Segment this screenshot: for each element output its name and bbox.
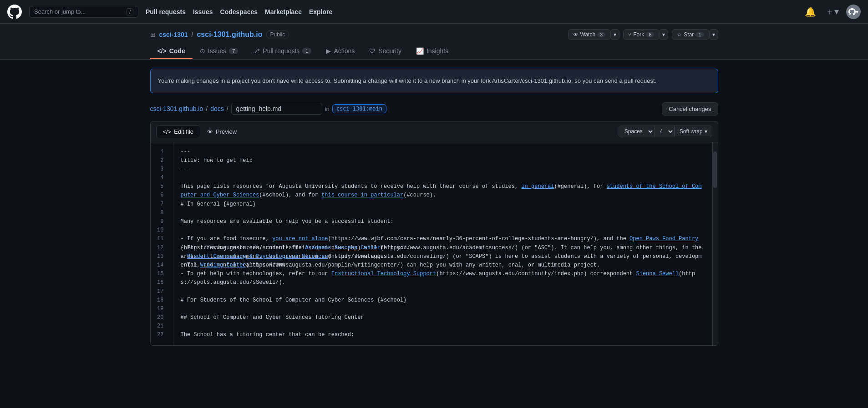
path-docs[interactable]: docs bbox=[210, 105, 224, 112]
soft-wrap-toggle[interactable]: Soft wrap ▾ bbox=[675, 126, 712, 136]
edit-icon: </> bbox=[163, 128, 172, 135]
cancel-changes-button[interactable]: Cancel changes bbox=[662, 102, 718, 116]
code-editor[interactable]: 12345678910111213141516171819202122 ---t… bbox=[151, 142, 718, 345]
editor-toolbar-right: Spaces Tabs 2 4 8 Soft wrap ▾ bbox=[619, 126, 712, 137]
main-content: You're making changes in a project you d… bbox=[143, 60, 726, 355]
preview-icon: 👁 bbox=[207, 128, 213, 135]
line-number: 21 bbox=[151, 322, 168, 331]
star-icon: ☆ bbox=[677, 31, 682, 38]
avatar[interactable]: ▾ bbox=[846, 5, 861, 19]
watch-dropdown[interactable]: ▾ bbox=[610, 29, 619, 40]
nav-actions[interactable]: ▶ Actions bbox=[319, 44, 362, 59]
code-line: --- bbox=[181, 165, 705, 174]
spaces-indent-group: Spaces Tabs 2 4 8 Soft wrap ▾ bbox=[619, 126, 712, 137]
filename-input[interactable] bbox=[231, 103, 322, 115]
eye-icon: 👁 bbox=[573, 31, 579, 38]
indent-select[interactable]: 2 4 8 bbox=[655, 126, 675, 137]
code-line: # For Students of the School of Computer… bbox=[181, 296, 705, 305]
code-line bbox=[181, 305, 705, 313]
line-number: 22 bbox=[151, 331, 168, 339]
line-number: 10 bbox=[151, 226, 168, 235]
search-kbd: / bbox=[127, 8, 133, 15]
code-line: - To get help with technologies, refer t… bbox=[181, 270, 705, 278]
code-line bbox=[181, 174, 705, 182]
info-banner: You're making changes in a project you d… bbox=[150, 69, 718, 93]
watch-label: Watch bbox=[580, 31, 596, 38]
line-number: 3 bbox=[151, 165, 168, 174]
code-line: ## School of Computer and Cyber Sciences… bbox=[181, 313, 705, 322]
pr-icon: ⎇ bbox=[253, 47, 260, 55]
top-nav: Search or jump to... / Pull requests Iss… bbox=[0, 0, 868, 24]
line-number: 16 bbox=[151, 278, 168, 287]
line-number: 12 bbox=[151, 244, 168, 252]
watch-count: 3 bbox=[597, 32, 605, 37]
star-count: 1 bbox=[695, 32, 704, 37]
fork-label: Fork bbox=[633, 31, 644, 38]
line-number: 17 bbox=[151, 287, 168, 296]
edit-file-tab[interactable]: </> Edit file bbox=[156, 125, 200, 138]
line-number: 6 bbox=[151, 191, 168, 200]
fork-button[interactable]: ⑂ Fork 8 bbox=[623, 29, 659, 40]
star-dropdown[interactable]: ▾ bbox=[709, 29, 718, 40]
notifications-icon[interactable]: 🔔 bbox=[803, 5, 818, 19]
line-number: 15 bbox=[151, 270, 168, 278]
nav-issues[interactable]: ⊙ Issues 7 bbox=[193, 44, 246, 59]
search-placeholder: Search or jump to... bbox=[34, 8, 86, 15]
line-number: 14 bbox=[151, 261, 168, 270]
star-label: Star bbox=[684, 31, 694, 38]
editor-container: </> Edit file 👁 Preview Spaces Tabs 2 4 … bbox=[150, 121, 718, 346]
repo-name[interactable]: csci-1301.github.io bbox=[197, 30, 262, 39]
nav-security[interactable]: 🛡 Security bbox=[362, 44, 409, 59]
code-line: title: How to get Help bbox=[181, 156, 705, 165]
spaces-select[interactable]: Spaces Tabs bbox=[619, 126, 655, 137]
banner-text: You're making changes in a project you d… bbox=[158, 77, 657, 84]
line-number: 4 bbox=[151, 174, 168, 182]
code-line: This page lists resources for Augusta Un… bbox=[181, 182, 705, 191]
scrollbar-track[interactable] bbox=[712, 142, 718, 345]
issues-icon: ⊙ bbox=[200, 47, 205, 55]
line-number: 20 bbox=[151, 313, 168, 322]
nav-issues[interactable]: Issues bbox=[193, 8, 213, 15]
in-label: in bbox=[325, 106, 330, 112]
code-line: - The Writing Center(https://www.augusta… bbox=[181, 261, 705, 270]
line-number: 13 bbox=[151, 252, 168, 261]
github-logo-icon[interactable] bbox=[7, 5, 22, 19]
code-line: - If you are food insecure, you are not … bbox=[181, 235, 705, 243]
path-sep-1: / bbox=[206, 105, 208, 112]
repo-icon: ⊞ bbox=[150, 31, 156, 38]
path-root[interactable]: csci-1301.github.io bbox=[150, 105, 203, 112]
fork-dropdown[interactable]: ▾ bbox=[659, 29, 668, 40]
code-line: # In General {#general} bbox=[181, 200, 705, 209]
repo-owner[interactable]: csci-1301 bbox=[159, 31, 188, 38]
nav-code[interactable]: </> Code bbox=[150, 44, 193, 59]
code-line: The School has a tutoring center that ca… bbox=[181, 331, 705, 339]
soft-wrap-label: Soft wrap bbox=[680, 128, 703, 135]
code-line bbox=[181, 226, 705, 235]
code-line bbox=[181, 209, 705, 217]
star-button[interactable]: ☆ Star 1 bbox=[672, 29, 709, 40]
top-nav-links: Pull requests Issues Codespaces Marketpl… bbox=[146, 8, 332, 15]
code-content[interactable]: ---title: How to get Help--- This page l… bbox=[173, 142, 712, 345]
repo-nav: </> Code ⊙ Issues 7 ⎇ Pull requests 1 ▶ … bbox=[150, 44, 718, 59]
public-badge: Public bbox=[266, 30, 289, 39]
fork-count: 8 bbox=[646, 32, 654, 37]
nav-marketplace[interactable]: Marketplace bbox=[265, 8, 302, 15]
actions-icon: ▶ bbox=[326, 47, 331, 55]
nav-pull-requests[interactable]: Pull requests bbox=[146, 8, 186, 15]
search-box[interactable]: Search or jump to... / bbox=[29, 6, 138, 18]
preview-tab[interactable]: 👁 Preview bbox=[200, 125, 244, 138]
nav-insights[interactable]: 📈 Insights bbox=[409, 44, 456, 59]
code-line: - Student Counseling & Psychological Ser… bbox=[181, 252, 705, 261]
top-nav-right: 🔔 ＋▾ ▾ bbox=[803, 4, 861, 20]
line-number: 18 bbox=[151, 296, 168, 305]
nav-pull-requests[interactable]: ⎇ Pull requests 1 bbox=[245, 44, 319, 59]
watch-button[interactable]: 👁 Watch 3 bbox=[568, 29, 611, 40]
line-number: 2 bbox=[151, 156, 168, 165]
code-line bbox=[181, 322, 705, 331]
insights-icon: 📈 bbox=[416, 47, 424, 55]
scrollbar-thumb[interactable] bbox=[713, 151, 717, 188]
softwrap-chevron-icon: ▾ bbox=[705, 128, 707, 135]
plus-icon[interactable]: ＋▾ bbox=[823, 4, 841, 20]
nav-codespaces[interactable]: Codespaces bbox=[220, 8, 258, 15]
nav-explore[interactable]: Explore bbox=[309, 8, 332, 15]
